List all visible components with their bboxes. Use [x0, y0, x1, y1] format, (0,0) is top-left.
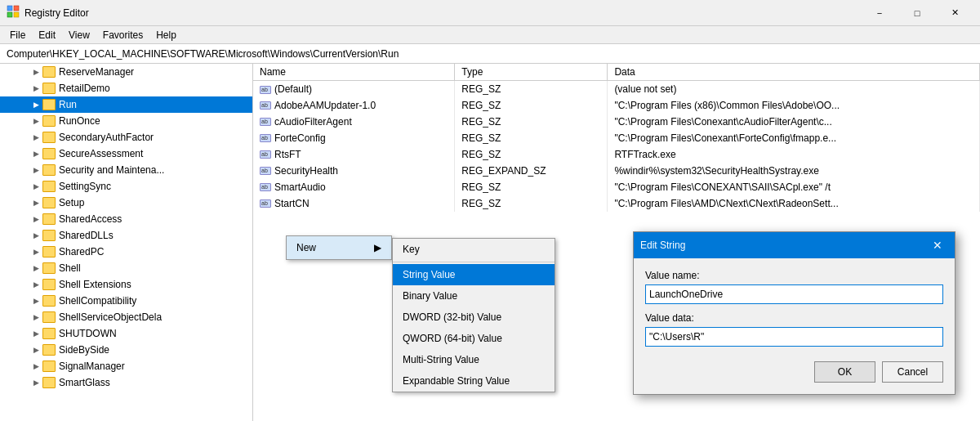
expand-arrow-icon: ▶ [29, 360, 42, 373]
tree-item[interactable]: ▶Shell [0, 260, 252, 276]
registry-value-icon [260, 199, 271, 208]
svg-rect-0 [7, 6, 12, 11]
folder-icon [42, 328, 56, 339]
submenu-arrow-icon: ▶ [374, 242, 381, 253]
submenu-item[interactable]: Binary Value [393, 285, 555, 307]
tree-panel[interactable]: ▶ReserveManager▶RetailDemo▶Run▶RunOnce▶S… [0, 64, 253, 421]
address-path: Computer\HKEY_LOCAL_MACHINE\SOFTWARE\Mic… [7, 48, 399, 60]
tree-item[interactable]: ▶ShellCompatibility [0, 293, 252, 309]
registry-value-icon [260, 150, 271, 159]
cell-type: REG_SZ [455, 130, 608, 146]
submenu-item[interactable]: Key [393, 239, 555, 260]
table-row[interactable]: AdobeAAMUpdater-1.0REG_SZ"C:\Program Fil… [253, 97, 980, 114]
table-row[interactable]: SmartAudioREG_SZ"C:\Program Files\CONEXA… [253, 179, 980, 195]
tree-item-label: RetailDemo [59, 83, 110, 94]
cell-data: "C:\Program Files\AMD\CNext\CNext\Radeon… [608, 195, 980, 212]
folder-icon [42, 230, 56, 241]
value-name-input[interactable] [645, 284, 943, 304]
tree-item[interactable]: ▶SettingSync [0, 178, 252, 195]
table-row[interactable]: cAudioFilterAgentREG_SZ"C:\Program Files… [253, 114, 980, 130]
col-data: Data [608, 64, 980, 81]
menu-edit[interactable]: Edit [32, 28, 62, 43]
submenu-item[interactable]: QWORD (64-bit) Value [393, 328, 555, 349]
menu-help[interactable]: Help [149, 28, 183, 43]
tree-item[interactable]: ▶SignalManager [0, 358, 252, 374]
folder-icon [42, 262, 56, 274]
svg-rect-3 [14, 12, 19, 17]
tree-item-label: SecureAssessment [59, 148, 143, 159]
tree-item[interactable]: ▶Shell Extensions [0, 276, 252, 293]
expand-arrow-icon: ▶ [29, 262, 42, 275]
cell-name: ForteConfig [253, 130, 455, 146]
value-data-input[interactable] [645, 327, 943, 347]
ctx-new-label: New [296, 242, 316, 253]
table-row[interactable]: RtsFTREG_SZRTFTrack.exe [253, 146, 980, 163]
dialog-buttons: OK Cancel [645, 361, 943, 386]
dialog-close-button[interactable]: ✕ [927, 235, 948, 256]
tree-item[interactable]: ▶SHUTDOWN [0, 325, 252, 342]
tree-item[interactable]: ▶ShellServiceObjectDela [0, 309, 252, 325]
folder-icon [42, 99, 56, 110]
tree-item[interactable]: ▶SecureAssessment [0, 146, 252, 162]
folder-icon [42, 246, 56, 258]
edit-string-dialog: Edit String ✕ Value name: Value data: OK… [633, 231, 956, 395]
dialog-title: Edit String [640, 240, 927, 251]
tree-item[interactable]: ▶ReserveManager [0, 64, 252, 80]
cell-data: (value not set) [608, 81, 980, 97]
expand-arrow-icon: ▶ [29, 147, 42, 160]
table-row[interactable]: StartCNREG_SZ"C:\Program Files\AMD\CNext… [253, 195, 980, 212]
expand-arrow-icon: ▶ [29, 196, 42, 209]
folder-icon [42, 132, 56, 143]
folder-icon [42, 377, 56, 388]
cell-type: REG_SZ [455, 81, 608, 97]
tree-item[interactable]: ▶Setup [0, 195, 252, 211]
maximize-button[interactable]: □ [898, 0, 936, 26]
tree-item[interactable]: ▶Security and Maintena... [0, 162, 252, 178]
expand-arrow-icon: ▶ [29, 131, 42, 144]
tree-item[interactable]: ▶SharedAccess [0, 211, 252, 227]
submenu-item[interactable]: Expandable String Value [393, 370, 555, 392]
folder-icon [42, 213, 56, 225]
tree-item[interactable]: ▶SharedPC [0, 244, 252, 260]
menu-favorites[interactable]: Favorites [96, 28, 149, 43]
tree-item-label: Shell [59, 262, 81, 274]
tree-item[interactable]: ▶RetailDemo [0, 80, 252, 96]
cell-type: REG_SZ [455, 114, 608, 130]
tree-item[interactable]: ▶SharedDLLs [0, 227, 252, 244]
expand-arrow-icon: ▶ [29, 163, 42, 177]
table-row[interactable]: SecurityHealthREG_EXPAND_SZ%windir%\syst… [253, 163, 980, 179]
submenu-item[interactable]: DWORD (32-bit) Value [393, 307, 555, 328]
menu-bar: File Edit View Favorites Help [0, 26, 980, 44]
tree-item[interactable]: ▶SmartGlass [0, 374, 252, 391]
registry-value-icon [260, 86, 271, 94]
folder-icon [42, 115, 56, 127]
tree-item[interactable]: ▶SecondaryAuthFactor [0, 129, 252, 146]
close-button[interactable]: ✕ [936, 0, 973, 26]
window-controls: − □ ✕ [861, 0, 973, 26]
ok-button[interactable]: OK [814, 361, 875, 383]
menu-view[interactable]: View [62, 28, 96, 43]
minimize-button[interactable]: − [861, 0, 898, 26]
folder-icon [42, 66, 56, 78]
table-row[interactable]: (Default)REG_SZ(value not set) [253, 81, 980, 97]
registry-value-icon [260, 183, 271, 191]
context-menu: New ▶ [286, 235, 392, 260]
tree-item-label: SharedDLLs [59, 230, 114, 241]
tree-item[interactable]: ▶RunOnce [0, 113, 252, 129]
folder-icon [42, 197, 56, 208]
menu-file[interactable]: File [3, 28, 32, 43]
submenu-item[interactable]: Multi-String Value [393, 349, 555, 370]
table-row[interactable]: ForteConfigREG_SZ"C:\Program Files\Conex… [253, 130, 980, 146]
svg-rect-2 [7, 12, 12, 17]
tree-item[interactable]: ▶SideBySide [0, 342, 252, 358]
cell-data: "C:\Program Files\CONEXANT\SAII\SACpl.ex… [608, 179, 980, 195]
cell-name: RtsFT [253, 146, 455, 163]
cell-type: REG_EXPAND_SZ [455, 163, 608, 179]
cancel-button[interactable]: Cancel [882, 361, 943, 383]
folder-icon [42, 311, 56, 323]
ctx-new[interactable]: New ▶ [287, 236, 391, 259]
submenu-item[interactable]: String Value [393, 264, 555, 285]
tree-item[interactable]: ▶Run [0, 96, 252, 113]
cell-type: REG_SZ [455, 179, 608, 195]
expand-arrow-icon: ▶ [29, 294, 42, 307]
